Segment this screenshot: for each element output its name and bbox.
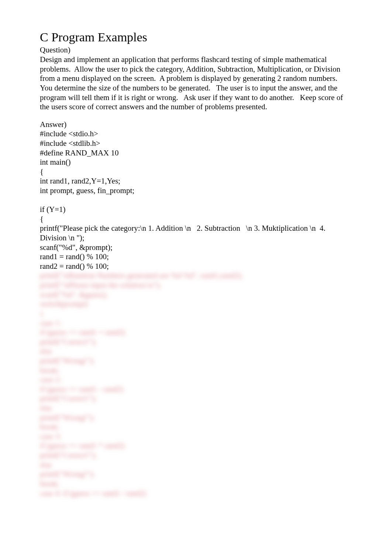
answer-label: Answer) <box>40 120 352 130</box>
question-label: Question) <box>40 45 352 55</box>
spacer <box>40 112 352 120</box>
document-page: C Program Examples Question) Design and … <box>0 0 392 556</box>
page-title: C Program Examples <box>40 30 352 45</box>
question-body: Design and implement an application that… <box>40 55 352 112</box>
code-visible: #include <stdio.h> #include <stdlib.h> #… <box>40 129 352 271</box>
code-blurred: printf("\nRandom Numbers generated are %… <box>40 271 352 498</box>
